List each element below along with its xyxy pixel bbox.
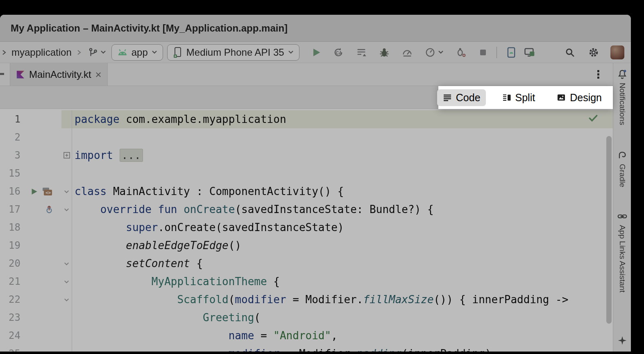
inspection-status-icon[interactable] <box>587 112 599 124</box>
code-text[interactable]: package com.example.myapplication <box>72 110 613 128</box>
mode-switcher: CodeSplitDesign <box>438 86 613 109</box>
window-title: My Application – MainActivity.kt [My_App… <box>11 23 288 34</box>
caret-down-icon <box>288 50 294 54</box>
debug-button[interactable] <box>377 45 391 59</box>
svg-text:CA: CA <box>336 50 342 55</box>
line-number: 18 <box>0 218 20 236</box>
device-selector[interactable]: Medium Phone API 35 <box>167 44 299 61</box>
compose-preview-icon[interactable]: <> <box>42 186 53 197</box>
code-text[interactable] <box>72 164 613 182</box>
code-text[interactable]: name = "Android", <box>72 327 613 345</box>
line-number: 17 <box>0 200 20 218</box>
left-edge-mark <box>0 73 4 75</box>
running-devices-button[interactable] <box>522 45 536 59</box>
profiler-button[interactable] <box>400 45 414 59</box>
user-avatar[interactable] <box>610 45 624 59</box>
tab-label: MainActivity.kt <box>29 69 91 80</box>
kotlin-file-icon <box>16 70 25 79</box>
tab-options-icon[interactable]: ⋮ <box>593 68 604 81</box>
fold-plus-icon[interactable] <box>63 152 70 159</box>
code-text[interactable]: setContent { <box>72 254 613 272</box>
code-text[interactable]: class MainActivity : ComponentActivity()… <box>72 182 613 200</box>
settings-gear-icon <box>588 47 599 58</box>
right-tool-stripe: NotificationsGradleApp Links Assistant <box>613 63 631 352</box>
main-toolbar: myapplication app Medium Phone API 35 <box>0 42 631 63</box>
editor-tab-bar: MainActivity.kt × ⋮ <box>0 63 613 86</box>
stop-button[interactable] <box>477 46 489 59</box>
editor[interactable]: 1package com.example.myapplication23impo… <box>0 109 613 352</box>
code-line-24[interactable]: 24 name = "Android", <box>0 327 613 345</box>
mode-button-label: Design <box>570 92 602 104</box>
mode-button-split[interactable]: Split <box>497 89 541 106</box>
code-text[interactable]: super.onCreate(savedInstanceState) <box>72 218 613 236</box>
code-text[interactable]: import ... <box>72 146 613 164</box>
vcs-branch-icon <box>88 47 98 58</box>
profile-dropdown-button[interactable] <box>423 45 445 59</box>
settings-button[interactable] <box>587 45 601 59</box>
line-number: 21 <box>0 272 20 290</box>
close-tab-icon[interactable]: × <box>95 69 102 80</box>
device-manager-button[interactable] <box>504 45 518 59</box>
code-text[interactable]: enableEdgeToEdge() <box>72 236 613 254</box>
code-line-21[interactable]: 21 MyApplicationTheme { <box>0 272 613 290</box>
code-line-2[interactable]: 2 <box>0 128 613 146</box>
code-line-20[interactable]: 20 setContent { <box>0 254 613 272</box>
run-button[interactable] <box>309 45 323 59</box>
split-mode-icon <box>502 93 512 102</box>
tab-mainactivity[interactable]: MainActivity.kt × <box>10 63 108 86</box>
mode-button-design[interactable]: Design <box>551 89 607 106</box>
code-line-1[interactable]: 1package com.example.myapplication <box>0 110 613 128</box>
code-text[interactable] <box>72 128 613 146</box>
fold-chevron-icon[interactable] <box>63 206 70 213</box>
fold-chevron-icon[interactable] <box>63 296 70 303</box>
build-icon <box>356 47 367 58</box>
line-number: 1 <box>0 110 20 128</box>
code-line-23[interactable]: 23 Greeting( <box>0 309 613 327</box>
line-number: 20 <box>0 254 20 272</box>
code-line-3[interactable]: 3import ... <box>0 146 613 164</box>
fold-chevron-icon[interactable] <box>63 260 70 267</box>
attach-debugger-icon <box>455 47 467 58</box>
toolbar-right-group <box>563 45 624 59</box>
search-everywhere-button[interactable] <box>563 45 577 59</box>
svg-text:<>: <> <box>45 190 51 195</box>
code-line-19[interactable]: 19 enableEdgeToEdge() <box>0 236 613 254</box>
editor-scrollbar[interactable] <box>606 136 612 324</box>
ide-window: My Application – MainActivity.kt [My_App… <box>0 15 631 352</box>
code-text[interactable]: override fun onCreate(savedInstanceState… <box>72 200 613 218</box>
code-text[interactable]: Scaffold(modifier = Modifier.fillMaxSize… <box>72 290 613 309</box>
vcs-widget[interactable] <box>86 46 107 59</box>
mode-button-code[interactable]: Code <box>437 89 486 106</box>
code-line-25[interactable]: 25 modifier = Modifier.padding(innerPadd… <box>0 345 613 352</box>
mode-button-label: Code <box>456 92 481 104</box>
code-area[interactable]: 1package com.example.myapplication23impo… <box>0 109 613 352</box>
code-text[interactable]: MyApplicationTheme { <box>72 272 613 290</box>
code-line-17[interactable]: 17 override fun onCreate(savedInstanceSt… <box>0 200 613 218</box>
stripe-item-gradle[interactable]: Gradle <box>617 149 628 187</box>
stripe-item-notifications[interactable]: Notifications <box>617 69 628 125</box>
run-icon[interactable] <box>30 188 38 195</box>
stripe-item-app-links-assistant[interactable]: App Links Assistant <box>617 211 628 293</box>
ai-sparkle-icon[interactable] <box>617 335 628 346</box>
project-widget[interactable]: myapplication <box>11 47 72 58</box>
code-line-18[interactable]: 18 super.onCreate(savedInstanceState) <box>0 218 613 236</box>
code-text[interactable]: modifier = Modifier.padding(innerPadding… <box>72 345 613 352</box>
attach-debugger-button[interactable] <box>454 45 468 59</box>
override-method-icon[interactable] <box>44 204 54 214</box>
screen: My Application – MainActivity.kt [My_App… <box>0 0 644 354</box>
fold-chevron-icon[interactable] <box>63 188 70 195</box>
apply-changes-button[interactable]: CA <box>331 45 345 59</box>
code-line-22[interactable]: 22 Scaffold(modifier = Modifier.fillMaxS… <box>0 290 613 309</box>
design-mode-icon <box>556 93 566 102</box>
running-devices-icon <box>524 47 535 58</box>
code-text[interactable]: Greeting( <box>72 309 613 327</box>
run-config-selector[interactable]: app <box>111 44 163 61</box>
stop-icon <box>478 48 488 57</box>
line-number: 16 <box>0 182 20 200</box>
stripe-item-label: Notifications <box>618 83 627 125</box>
fold-chevron-icon[interactable] <box>63 278 70 285</box>
build-button[interactable] <box>354 45 368 59</box>
code-line-15[interactable]: 15 <box>0 164 613 182</box>
code-line-16[interactable]: 16<>class MainActivity : ComponentActivi… <box>0 182 613 200</box>
caret-down-icon <box>100 50 106 54</box>
